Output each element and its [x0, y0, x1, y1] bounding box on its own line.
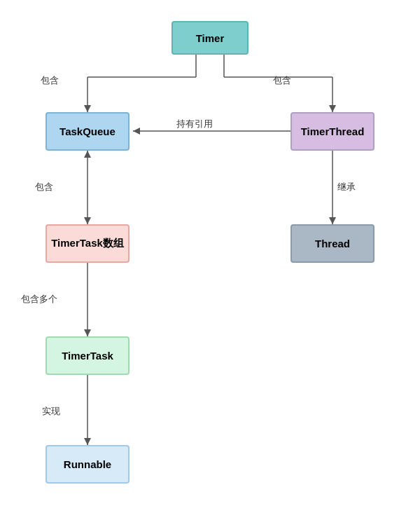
svg-marker-16	[84, 329, 91, 336]
svg-marker-7	[329, 105, 336, 112]
label-timer-timerthread: 包含	[273, 74, 291, 87]
svg-marker-9	[133, 128, 140, 135]
label-timerthread-thread: 继承	[337, 181, 356, 193]
timertask-arr-label: TimerTask数组	[51, 237, 124, 250]
taskqueue-label: TaskQueue	[59, 125, 115, 137]
label-timerthread-taskqueue: 持有引用	[176, 118, 213, 130]
svg-marker-13	[84, 151, 91, 158]
timertask-label: TimerTask	[62, 350, 113, 362]
taskqueue-node: TaskQueue	[46, 112, 130, 151]
label-timer-taskqueue: 包含	[41, 74, 59, 87]
timerthread-node: TimerThread	[290, 112, 374, 151]
svg-marker-18	[84, 438, 91, 445]
timertask-arr-node: TimerTask数组	[46, 224, 130, 263]
runnable-label: Runnable	[64, 458, 111, 470]
label-taskqueue-timertask-arr: 包含	[35, 181, 53, 193]
thread-label: Thread	[315, 238, 350, 249]
timer-label: Timer	[196, 32, 225, 44]
timer-node: Timer	[172, 21, 248, 55]
runnable-node: Runnable	[46, 445, 130, 484]
svg-marker-3	[84, 105, 91, 112]
svg-marker-11	[329, 217, 336, 224]
timerthread-label: TimerThread	[301, 125, 365, 137]
label-timertask-runnable: 实现	[42, 405, 60, 418]
label-timertask-arr-timertask: 包含多个	[21, 293, 57, 306]
timertask-node: TimerTask	[46, 336, 130, 375]
diagram: Timer TaskQueue TimerThread TimerTask数组 …	[0, 0, 420, 520]
thread-node: Thread	[290, 224, 374, 263]
svg-marker-14	[84, 217, 91, 224]
